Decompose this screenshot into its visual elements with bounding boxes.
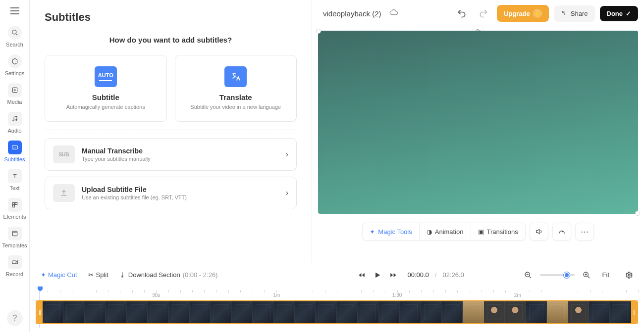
done-label: Done [607,10,623,17]
sidebar-label: Audio [7,128,21,134]
clip-thumbnail [421,301,442,323]
timeline[interactable]: 30s1m1:302m ‖ ‖ [30,286,644,332]
cloud-icon[interactable] [389,8,398,19]
sidebar-item-settings[interactable]: Settings [0,51,30,80]
animation-button[interactable]: ◑Animation [420,223,471,240]
sidebar-item-audio[interactable]: Audio [0,109,30,138]
done-button[interactable]: Done✓ [600,6,639,21]
sidebar-item-subtitles[interactable]: Subtitles [0,138,30,166]
split-label: Split [96,271,108,279]
download-section-button[interactable]: ⭳Download Section (0:00 - 2:26) [115,269,222,281]
clip-thumbnail [43,301,63,323]
check-icon: ✓ [626,10,631,17]
sidebar-label: Search [6,42,23,47]
sidebar-label: Elements [3,214,26,220]
clip-thumbnail [547,301,568,323]
svg-rect-6 [12,202,14,204]
subtitles-icon [8,141,22,154]
zoom-slider[interactable] [540,274,575,276]
clip-thumbnail [211,301,231,323]
svg-point-3 [12,120,13,121]
clip-thumbnail [589,301,610,323]
topbar: videoplayback (2) Upgrade⚡ Share Done✓ [312,0,644,27]
zoom-in-button[interactable] [579,269,594,281]
menu-icon[interactable] [7,3,23,19]
clip-thumbnail [232,301,253,323]
bolt-icon: ⚡ [533,9,542,18]
sidebar-item-record[interactable]: Record [0,252,30,281]
slider-thumb[interactable] [564,272,570,278]
sidebar-item-media[interactable]: Media [0,80,30,109]
clip-thumbnail [379,301,400,323]
sidebar-item-elements[interactable]: Elements [0,195,30,224]
animation-label: Animation [435,228,464,236]
clip-thumbnail [316,301,336,323]
sidebar-label: Record [6,271,23,277]
card-title: Translate [219,93,252,101]
ruler-mark: 30s [152,292,160,298]
clip-body[interactable] [43,301,631,323]
timeline-settings-button[interactable] [621,269,637,281]
download-label: Download Section [128,271,180,279]
zoom-out-button[interactable] [520,269,536,281]
redo-button[interactable] [475,5,492,22]
clip-thumbnail [610,301,631,323]
sidebar-item-search[interactable]: Search [0,23,30,51]
time-ruler[interactable]: 30s1m1:302m [36,288,638,298]
clip-thumbnail [337,301,358,323]
clip-thumbnail [169,301,190,323]
project-name[interactable]: videoplayback (2) [323,9,381,18]
sidebar-item-templates[interactable]: Templates [0,224,30,252]
clip-handle-left[interactable]: ‖ [37,301,43,323]
play-button[interactable] [372,269,383,281]
duration: 02:26.0 [442,271,464,279]
translate-card[interactable]: Translate Subtitle your video in a new l… [175,55,297,122]
clip-thumbnail [148,301,168,323]
clip-thumbnail [568,301,589,323]
volume-button[interactable] [530,223,548,240]
upgrade-button[interactable]: Upgrade⚡ [497,5,549,22]
skip-back-button[interactable] [356,269,368,281]
text-icon [8,169,22,183]
clip-thumbnail [106,301,126,323]
current-time: 00:00.0 [407,271,429,279]
toolbelt: ✦Magic Tools ◑Animation ▣Transitions ⋯ [318,223,638,240]
help-icon[interactable]: ? [7,310,23,326]
ruler-mark: 1m [273,292,280,298]
time-separator: / [435,271,437,279]
download-range: (0:00 - 2:26) [183,271,218,279]
skip-forward-button[interactable] [387,269,399,281]
clip-handle-right[interactable]: ‖ [631,301,637,323]
clip-thumbnail [127,301,148,323]
ruler-mark: 1:30 [392,292,402,298]
video-preview[interactable] [318,31,638,214]
speed-button[interactable] [552,223,571,240]
clip-thumbnail [274,301,295,323]
clip-thumbnail [505,301,526,323]
undo-button[interactable] [453,5,470,22]
transitions-button[interactable]: ▣Transitions [471,223,525,240]
magic-tools-button[interactable]: ✦Magic Tools [363,223,419,240]
share-button[interactable]: Share [554,5,595,22]
share-label: Share [571,10,588,17]
svg-rect-8 [12,205,14,207]
sub-icon: SUB [53,145,75,163]
split-button[interactable]: ✂Split [84,269,112,281]
svg-rect-7 [15,202,17,204]
sparkle-icon: ✦ [370,228,375,236]
ruler-mark: 2m [514,292,521,298]
magic-cut-button[interactable]: ✦Magic Cut [37,269,81,281]
more-button[interactable]: ⋯ [575,223,594,240]
clip-thumbnail [526,301,547,323]
transitions-label: Transitions [487,228,518,236]
video-track[interactable]: ‖ ‖ [36,300,638,324]
sidebar-item-text[interactable]: Text [0,166,30,195]
animation-icon: ◑ [427,228,432,236]
auto-subtitle-card[interactable]: AUTO Subtitle Automagically generate cap… [45,55,167,122]
clip-thumbnail [295,301,316,323]
magic-label: Magic Tools [378,228,412,236]
upload-subtitle-card[interactable]: Upload Subtitle File Use an existing sub… [45,177,297,209]
manual-transcribe-card[interactable]: SUB Manual Transcribe Type your subtitle… [45,138,297,171]
fit-button[interactable]: Fit [598,269,613,281]
panel-subtitle: How do you want to add subtitles? [45,36,297,44]
